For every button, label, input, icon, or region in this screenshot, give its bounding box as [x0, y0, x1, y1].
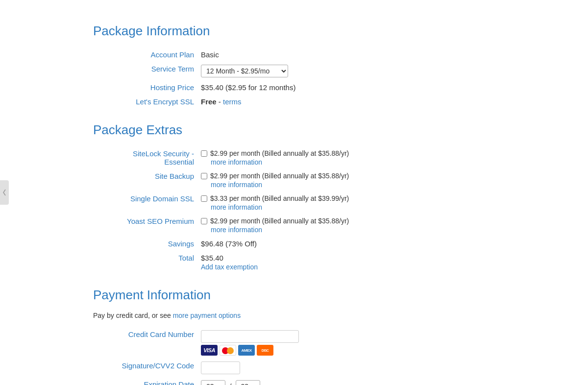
single-domain-ssl-label: Single Domain SSL [93, 192, 201, 214]
service-term-label: Service Term [93, 62, 201, 80]
yoast-checkbox-row: $2.99 per month (Billed annually at $35.… [201, 217, 495, 234]
account-plan-row: Account Plan Basic [93, 48, 495, 62]
package-information-table: Account Plan Basic Service Term 12 Month… [93, 48, 495, 109]
hosting-price-value: $35.40 ($2.95 for 12 months) [201, 80, 495, 95]
credit-card-icons: VISA AMEX DISC [201, 345, 495, 356]
sitelock-row: SiteLock Security -Essential $2.99 per m… [93, 146, 495, 169]
visa-icon: VISA [201, 345, 218, 356]
service-term-select[interactable]: 12 Month - $2.95/mo 24 Month - $2.75/mo … [201, 65, 288, 77]
mastercard-icon [220, 345, 236, 356]
savings-label: Savings [93, 237, 201, 251]
single-domain-ssl-more-info-link[interactable]: more information [211, 203, 495, 211]
package-extras-title: Package Extras [93, 122, 495, 138]
yoast-checkbox-label[interactable]: $2.99 per month (Billed annually at $35.… [201, 217, 495, 225]
credit-card-number-input[interactable] [201, 330, 299, 343]
ssl-value-cell: Free - terms [201, 95, 495, 109]
hosting-price-row: Hosting Price $35.40 ($2.95 for 12 month… [93, 80, 495, 95]
single-domain-ssl-value-cell: $3.33 per month (Billed annually at $39.… [201, 192, 495, 214]
expiration-date-row: Expiration Date 01 02 03 04 05 06 07 08 … [93, 377, 495, 385]
single-domain-ssl-checkbox[interactable] [201, 195, 207, 202]
account-plan-value: Basic [201, 48, 495, 62]
total-value-cell: $35.40 Add tax exemption [201, 251, 495, 274]
savings-row: Savings $96.48 (73% Off) [93, 237, 495, 251]
ssl-free-text: Free [201, 97, 217, 106]
cvv-input[interactable] [201, 361, 240, 374]
total-label: Total [93, 251, 201, 274]
package-information-title: Package Information [93, 24, 495, 39]
credit-card-number-label: Credit Card Number [93, 327, 201, 359]
site-backup-more-info-link[interactable]: more information [211, 181, 495, 189]
site-backup-checkbox[interactable] [201, 173, 207, 179]
package-extras-table: SiteLock Security -Essential $2.99 per m… [93, 146, 495, 274]
yoast-checkbox[interactable] [201, 218, 207, 224]
single-domain-ssl-row: Single Domain SSL $3.33 per month (Bille… [93, 192, 495, 214]
sitelock-checkbox-row: $2.99 per month (Billed annually at $35.… [201, 149, 495, 166]
expiration-month-select[interactable]: 01 02 03 04 05 06 07 08 09 10 11 12 [201, 380, 225, 385]
single-domain-ssl-checkbox-label[interactable]: $3.33 per month (Billed annually at $39.… [201, 194, 495, 202]
scroll-arrow-icon [2, 188, 6, 197]
amex-icon: AMEX [238, 345, 255, 356]
savings-value: $96.48 (73% Off) [201, 237, 495, 251]
sitelock-checkbox-label[interactable]: $2.99 per month (Billed annually at $35.… [201, 149, 495, 157]
cvv-cell [201, 359, 495, 377]
site-backup-checkbox-label[interactable]: $2.99 per month (Billed annually at $35.… [201, 172, 495, 180]
yoast-label: Yoast SEO Premium [93, 214, 201, 237]
ssl-row: Let's Encrypt SSL Free - terms [93, 95, 495, 109]
payment-subtitle-text: Pay by credit card, or see [93, 312, 171, 319]
cvv-label: Signature/CVV2 Code [93, 359, 201, 377]
total-value: $35.40 [201, 254, 223, 262]
expiration-date-label: Expiration Date [93, 377, 201, 385]
payment-subtitle: Pay by credit card, or see more payment … [93, 312, 495, 319]
service-term-cell: 12 Month - $2.95/mo 24 Month - $2.75/mo … [201, 62, 495, 80]
expiration-year-select[interactable]: 23 24 25 26 27 28 29 30 [236, 380, 260, 385]
discover-icon: DISC [257, 345, 273, 356]
ssl-terms-link[interactable]: terms [223, 97, 242, 106]
yoast-value-cell: $2.99 per month (Billed annually at $35.… [201, 214, 495, 237]
yoast-more-info-link[interactable]: more information [211, 226, 495, 234]
site-backup-checkbox-row: $2.99 per month (Billed annually at $35.… [201, 172, 495, 189]
more-payment-options-link[interactable]: more payment options [173, 312, 241, 319]
single-domain-ssl-checkbox-row: $3.33 per month (Billed annually at $39.… [201, 194, 495, 211]
hosting-price-label: Hosting Price [93, 80, 201, 95]
credit-card-number-cell: VISA AMEX DISC [201, 327, 495, 359]
site-backup-value-cell: $2.99 per month (Billed annually at $35.… [201, 169, 495, 192]
total-row: Total $35.40 Add tax exemption [93, 251, 495, 274]
site-backup-row: Site Backup $2.99 per month (Billed annu… [93, 169, 495, 192]
expiration-date-cell: 01 02 03 04 05 06 07 08 09 10 11 12 / 23… [201, 377, 495, 385]
sitelock-label: SiteLock Security -Essential [93, 146, 201, 169]
yoast-row: Yoast SEO Premium $2.99 per month (Bille… [93, 214, 495, 237]
scroll-hint[interactable] [0, 180, 9, 205]
ssl-label: Let's Encrypt SSL [93, 95, 201, 109]
credit-card-number-row: Credit Card Number VISA AMEX DISC [93, 327, 495, 359]
payment-information-title: Payment Information [93, 288, 495, 303]
site-backup-label: Site Backup [93, 169, 201, 192]
yoast-price-text: $2.99 per month (Billed annually at $35.… [210, 217, 349, 225]
ssl-separator: - [219, 97, 223, 106]
sitelock-value-cell: $2.99 per month (Billed annually at $35.… [201, 146, 495, 169]
single-domain-ssl-price-text: $3.33 per month (Billed annually at $39.… [210, 194, 349, 202]
sitelock-checkbox[interactable] [201, 150, 207, 157]
service-term-row: Service Term 12 Month - $2.95/mo 24 Mont… [93, 62, 495, 80]
payment-form-table: Credit Card Number VISA AMEX DISC Signat… [93, 327, 495, 385]
expiration-separator: / [229, 382, 231, 385]
add-tax-exemption-link[interactable]: Add tax exemption [201, 263, 495, 271]
account-plan-label: Account Plan [93, 48, 201, 62]
cvv-row: Signature/CVV2 Code [93, 359, 495, 377]
sitelock-price-text: $2.99 per month (Billed annually at $35.… [210, 149, 349, 157]
sitelock-more-info-link[interactable]: more information [211, 158, 495, 166]
site-backup-price-text: $2.99 per month (Billed annually at $35.… [210, 172, 349, 180]
